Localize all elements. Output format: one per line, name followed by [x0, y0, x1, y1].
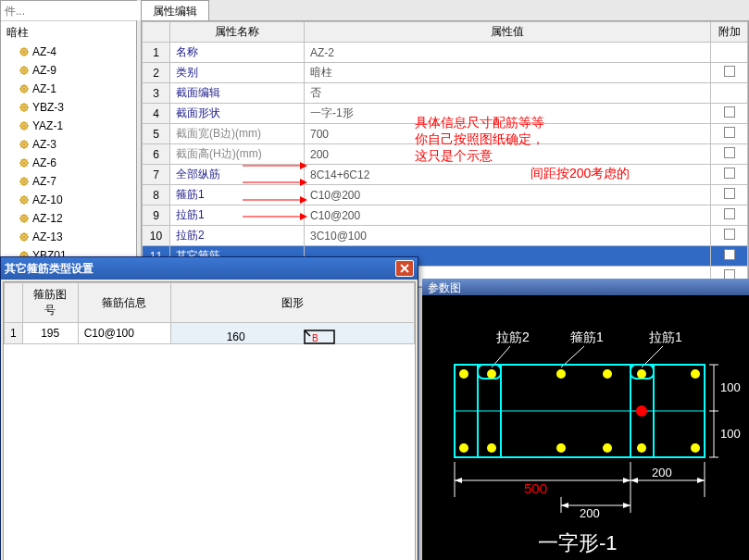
svg-text:100: 100 [720, 427, 741, 441]
table-row[interactable]: 3截面编辑否 [143, 83, 748, 104]
tree-item[interactable]: AZ-4 [3, 43, 134, 61]
property-value[interactable]: 否 [305, 83, 711, 104]
table-row[interactable]: 9拉筋1C10@200 [143, 205, 748, 226]
property-value[interactable]: 暗柱 [305, 63, 711, 83]
checkbox-icon[interactable] [724, 168, 735, 179]
svg-point-104 [556, 369, 566, 379]
property-extra[interactable] [711, 185, 748, 205]
row-number: 9 [143, 205, 170, 226]
tree-item[interactable]: AZ-1 [3, 80, 134, 98]
col-stirrup-info: 箍筋信息 [78, 283, 170, 323]
table-row[interactable]: 2类别暗柱 [143, 63, 748, 83]
table-row[interactable]: 1名称AZ-2 [143, 43, 748, 63]
checkbox-icon[interactable] [724, 106, 735, 118]
tree-item[interactable]: AZ-3 [3, 135, 134, 154]
checkbox-icon[interactable] [724, 229, 735, 240]
row-number: 4 [143, 104, 170, 124]
node-icon [19, 47, 29, 56]
row-number: 6 [143, 144, 170, 165]
property-extra[interactable] [711, 144, 748, 165]
stirrup-number-cell[interactable]: 195 [22, 323, 78, 344]
property-name: 拉筋1 [170, 205, 305, 226]
tree-root[interactable]: 暗柱 [3, 23, 134, 43]
svg-point-109 [459, 443, 468, 453]
tree-item-label: AZ-3 [32, 137, 56, 152]
checkbox-icon[interactable] [724, 208, 735, 219]
property-value[interactable]: C10@200 [305, 185, 711, 205]
property-extra[interactable] [711, 246, 748, 267]
row-number: 7 [143, 165, 170, 185]
property-extra[interactable] [711, 63, 748, 83]
svg-text:200: 200 [652, 466, 672, 479]
tree-item-label: YAZ-1 [32, 118, 63, 133]
property-extra[interactable] [711, 124, 748, 144]
table-row[interactable]: 10拉筋23C10@100 [143, 226, 748, 246]
property-value[interactable]: 200 [305, 144, 711, 165]
property-extra[interactable] [711, 205, 748, 226]
table-row[interactable]: 4截面形状一字-1形 [143, 104, 748, 124]
property-value[interactable]: AZ-2 [305, 43, 711, 63]
svg-point-103 [487, 369, 496, 379]
node-icon [19, 232, 29, 242]
property-extra[interactable] [711, 104, 748, 124]
row-number: 2 [143, 63, 170, 83]
property-value[interactable]: 3C10@100 [305, 226, 711, 246]
diagram-svg: 拉筋2 箍筋1 拉筋1 100 100 500 [422, 295, 749, 560]
property-value[interactable]: 一字-1形 [305, 104, 711, 124]
svg-marker-134 [561, 503, 568, 508]
search-input[interactable] [1, 1, 147, 20]
property-name: 类别 [170, 63, 305, 83]
tree-item-label: AZ-1 [32, 81, 56, 96]
property-value[interactable]: 700 [305, 124, 711, 144]
svg-text:拉筋1: 拉筋1 [649, 330, 682, 344]
table-row[interactable]: 7全部纵筋8C14+6C12 [143, 165, 748, 185]
close-button[interactable] [395, 260, 414, 277]
checkbox-icon[interactable] [724, 147, 735, 158]
node-icon [19, 140, 29, 149]
property-value[interactable]: 8C14+6C12 [305, 165, 711, 185]
tab-properties[interactable]: 属性编辑 [141, 0, 209, 20]
stirrup-info-cell[interactable]: C10@100 [78, 323, 170, 344]
node-icon [19, 177, 29, 186]
checkbox-icon[interactable] [724, 188, 735, 199]
table-row[interactable]: 1 195 C10@100 160 B [5, 323, 415, 344]
property-extra[interactable] [711, 43, 748, 63]
property-extra[interactable] [711, 226, 748, 246]
node-icon [19, 103, 29, 112]
svg-text:箍筋1: 箍筋1 [570, 330, 604, 344]
tree-item[interactable]: AZ-9 [3, 61, 134, 80]
row-number: 1 [143, 43, 170, 63]
tree-item[interactable]: AZ-10 [3, 191, 134, 209]
checkbox-icon[interactable] [724, 249, 735, 260]
property-value[interactable]: C10@200 [305, 205, 711, 226]
tree-item[interactable]: AZ-6 [3, 154, 134, 172]
tree-item[interactable]: AZ-7 [3, 172, 134, 191]
dialog-titlebar: 其它箍筋类型设置 [1, 257, 418, 280]
checkbox-icon[interactable] [724, 127, 735, 138]
svg-text:500: 500 [524, 480, 547, 496]
tree-item[interactable]: YAZ-1 [3, 117, 134, 135]
svg-marker-125 [455, 478, 462, 483]
svg-point-111 [556, 443, 566, 453]
shape-cell[interactable]: 160 B [170, 323, 414, 344]
col-rownum [143, 22, 170, 43]
search-row [1, 1, 136, 21]
svg-point-112 [603, 443, 612, 453]
row-number: 1 [5, 323, 23, 344]
tree-item[interactable]: AZ-12 [3, 209, 134, 228]
node-icon [19, 214, 29, 223]
diagram-title: 参数图 [422, 279, 749, 295]
table-row[interactable]: 5截面宽(B边)(mm)700 [143, 124, 748, 144]
checkbox-icon[interactable] [724, 66, 735, 77]
tree-item[interactable]: YBZ-3 [3, 98, 134, 117]
property-extra[interactable] [711, 83, 748, 104]
table-row[interactable]: 6截面高(H边)(mm)200 [143, 144, 748, 165]
col-rownum [5, 283, 23, 323]
table-row[interactable]: 8箍筋1C10@200 [143, 185, 748, 205]
tree-item[interactable]: AZ-13 [3, 228, 134, 246]
property-table: 属性名称 属性值 附加 1名称AZ-22类别暗柱3截面编辑否4截面形状一字-1形… [142, 21, 748, 287]
property-name: 全部纵筋 [170, 165, 305, 185]
svg-text:100: 100 [720, 380, 741, 394]
property-extra[interactable] [711, 165, 748, 185]
svg-point-113 [637, 443, 646, 453]
